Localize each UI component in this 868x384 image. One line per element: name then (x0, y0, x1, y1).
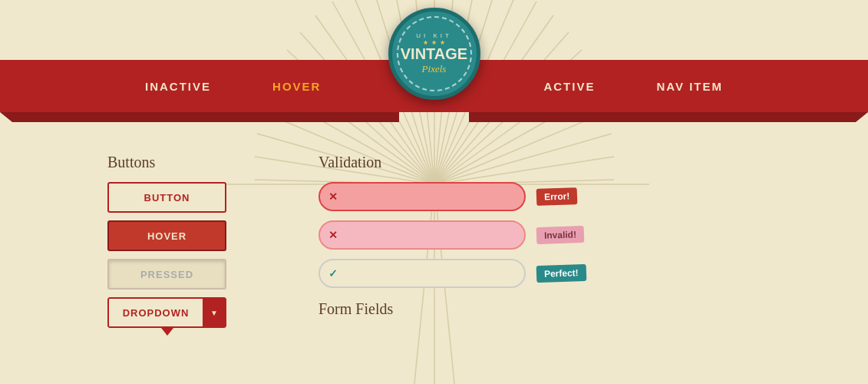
validation-input-invalid[interactable] (318, 220, 526, 250)
error-icon-x: ✕ (328, 190, 338, 204)
dropdown-arrow-icon: ▼ (210, 309, 218, 317)
validation-title: Validation (318, 154, 610, 171)
nav-item-active[interactable]: ACTIVE (543, 80, 595, 93)
button-default[interactable]: Button (107, 182, 226, 213)
validation-input-invalid-wrapper: ✕ (318, 220, 526, 250)
validation-input-perfect-wrapper: ✓ (318, 259, 526, 288)
nav-item-hover[interactable]: HOVER (272, 80, 321, 93)
validation-row-error: ✕ Error! (318, 182, 610, 211)
logo-badge: UI Kit ★ ★ ★ VINTAGE Pixels (388, 8, 480, 100)
button-dropdown-wrapper: Dropdown ▼ (107, 297, 226, 328)
ribbon-left (0, 112, 399, 122)
dropdown-triangle-icon (161, 328, 173, 336)
buttons-list: Button Hover Pressed Dropdown ▼ (107, 182, 226, 328)
dropdown-arrow-button[interactable]: ▼ (203, 297, 226, 328)
validation-row-invalid: ✕ Invalid! (318, 220, 610, 250)
page: UI Kit ★ ★ ★ VINTAGE Pixels INACTIVE HOV… (0, 0, 868, 384)
validation-input-error-wrapper: ✕ (318, 182, 526, 211)
content-area: Buttons Button Hover Pressed Dropdown (0, 131, 868, 328)
button-hover[interactable]: Hover (107, 220, 226, 251)
validation-input-error[interactable] (318, 182, 526, 211)
form-fields-title: Form Fields (318, 300, 610, 318)
dropdown-main-button[interactable]: Dropdown (107, 297, 203, 328)
badge-error: Error! (536, 187, 578, 206)
invalid-icon-x: ✕ (328, 229, 338, 242)
badge-invalid: Invalid! (536, 226, 585, 244)
perfect-icon-check: ✓ (328, 267, 338, 280)
buttons-title: Buttons (107, 154, 226, 171)
validation-row-perfect: ✓ Perfect! (318, 259, 610, 288)
validation-input-perfect[interactable] (318, 259, 526, 288)
button-dropdown-container: Dropdown ▼ (107, 297, 226, 328)
ribbon-right (469, 112, 868, 122)
badge-perfect: Perfect! (536, 264, 586, 283)
buttons-section: Buttons Button Hover Pressed Dropdown (107, 154, 226, 328)
nav-item-nav[interactable]: NAV ITEM (656, 80, 723, 93)
nav-item-inactive[interactable]: INACTIVE (145, 80, 211, 93)
validation-section: Validation ✕ Error! ✕ Invalid! (318, 154, 610, 328)
button-pressed[interactable]: Pressed (107, 259, 226, 290)
